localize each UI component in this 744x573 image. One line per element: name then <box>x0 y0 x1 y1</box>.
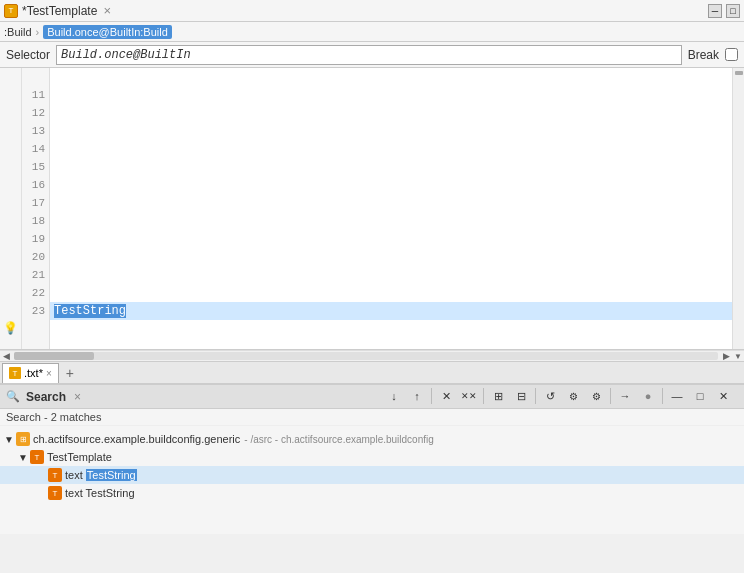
panel-close-button[interactable]: ✕ <box>712 386 734 406</box>
text-node2-icon: T <box>48 486 62 500</box>
maximize-button[interactable]: □ <box>726 4 740 18</box>
search-toolbar: ↓ ↑ ✕ ✕✕ ⊞ ⊟ ↺ ⚙ ⚙ → ● — □ ✕ <box>379 384 738 410</box>
editor-line-15 <box>50 158 732 176</box>
result-expand-arrow[interactable]: ▼ <box>4 434 16 445</box>
selected-text: TestString <box>54 304 126 318</box>
hscroll-right-arrow[interactable]: ▶ <box>720 350 732 362</box>
text1-match: TestString <box>86 469 137 481</box>
result-template-arrow[interactable]: ▼ <box>18 452 30 463</box>
search-header: 🔍 Search × ↓ ↑ ✕ ✕✕ ⊞ ⊟ ↺ ⚙ ⚙ → ● — □ ✕ <box>0 385 744 409</box>
result-template-label: TestTemplate <box>47 451 112 463</box>
match-number: 2 matches <box>51 411 102 423</box>
breadcrumb-highlight[interactable]: Build.once@BuiltIn:Build <box>43 25 172 39</box>
prev-match-button[interactable]: ↑ <box>406 386 428 406</box>
settings-button[interactable]: ⚙ <box>562 386 584 406</box>
break-checkbox[interactable] <box>725 48 738 61</box>
minimize-button[interactable]: ─ <box>708 4 722 18</box>
line-num-23: 23 <box>22 302 49 320</box>
next-match-button[interactable]: ↓ <box>383 386 405 406</box>
editor-content[interactable]: TestString <box>50 68 732 349</box>
match-count-text: - <box>44 411 51 423</box>
package-icon: ⊞ <box>16 432 30 446</box>
hscroll-track[interactable] <box>14 352 718 360</box>
line-num-18: 18 <box>22 212 49 230</box>
line-numbers: 11 12 13 14 15 16 17 18 19 20 21 22 23 <box>22 68 50 349</box>
search-panel-close-icon[interactable]: × <box>74 390 81 404</box>
line-num-17: 17 <box>22 194 49 212</box>
panel-maximize-button[interactable]: □ <box>689 386 711 406</box>
editor-vscrollbar[interactable] <box>732 68 744 349</box>
line-num-16: 16 <box>22 176 49 194</box>
line-num-12: 12 <box>22 104 49 122</box>
editor-gutter-icons: 💡 <box>0 68 22 349</box>
toolbar-sep-2 <box>483 388 484 404</box>
search-magnify-icon: 🔍 <box>6 390 20 403</box>
record-button[interactable]: ● <box>637 386 659 406</box>
tab-txt-label: .txt* <box>24 367 43 379</box>
selector-bar: Selector Break <box>0 42 744 68</box>
toolbar-sep-1 <box>431 388 432 404</box>
line-num-11: 11 <box>22 86 49 104</box>
editor-line-16 <box>50 176 732 194</box>
line-num-22: 22 <box>22 284 49 302</box>
selector-input[interactable] <box>56 45 682 65</box>
result-text2-label: text TestString <box>65 487 135 499</box>
editor-line-18 <box>50 212 732 230</box>
collapse-button[interactable]: ⊟ <box>510 386 532 406</box>
tab-txt[interactable]: T .txt* × <box>2 363 59 383</box>
toolbar-sep-3 <box>535 388 536 404</box>
editor-line-14 <box>50 140 732 158</box>
search-panel-title: Search <box>26 390 66 404</box>
result-text2-row[interactable]: T text TestString <box>0 484 744 502</box>
editor-line-21 <box>50 266 732 284</box>
line-num-19: 19 <box>22 230 49 248</box>
tab-txt-close[interactable]: × <box>46 368 52 379</box>
title-bar-left: T *TestTemplate × <box>4 3 111 18</box>
undo-button[interactable]: ↺ <box>539 386 561 406</box>
search-results: ▼ ⊞ ch.actifsource.example.buildconfig.g… <box>0 426 744 534</box>
editor-line-22 <box>50 284 732 302</box>
hscroll-thumb[interactable] <box>14 352 94 360</box>
match-count: Search - 2 matches <box>0 409 744 426</box>
expand-button[interactable]: ⊞ <box>487 386 509 406</box>
result-template-row[interactable]: ▼ T TestTemplate <box>0 448 744 466</box>
remove-all-button[interactable]: ✕✕ <box>458 386 480 406</box>
editor-hscrollbar[interactable]: ◀ ▶ ▼ <box>0 350 744 362</box>
settings2-button[interactable]: ⚙ <box>585 386 607 406</box>
breadcrumb-build[interactable]: :Build <box>4 26 32 38</box>
breadcrumb-sep: › <box>36 26 40 38</box>
panel-minimize-button[interactable]: — <box>666 386 688 406</box>
line-num-21: 21 <box>22 266 49 284</box>
title-bar: T *TestTemplate × ─ □ <box>0 0 744 22</box>
breadcrumb-bar: :Build › Build.once@BuiltIn:Build <box>0 22 744 42</box>
result-package-label: ch.actifsource.example.buildconfig.gener… <box>33 433 240 445</box>
text-node1-icon: T <box>48 468 62 482</box>
break-label: Break <box>688 48 719 62</box>
result-text1-label: text TestString <box>65 469 137 481</box>
result-text1-row[interactable]: T text TestString <box>0 466 744 484</box>
line-num-14: 14 <box>22 140 49 158</box>
window-tab-close[interactable]: × <box>103 3 111 18</box>
search-panel: 🔍 Search × ↓ ↑ ✕ ✕✕ ⊞ ⊟ ↺ ⚙ ⚙ → ● — □ ✕ … <box>0 384 744 534</box>
tab-add-button[interactable]: + <box>61 364 79 382</box>
tab-icon: T <box>4 4 18 18</box>
remove-match-button[interactable]: ✕ <box>435 386 457 406</box>
tab-txt-icon: T <box>9 367 21 379</box>
result-package-row[interactable]: ▼ ⊞ ch.actifsource.example.buildconfig.g… <box>0 430 744 448</box>
hscroll-down-arrow[interactable]: ▼ <box>732 350 744 362</box>
editor-area: 💡 11 12 13 14 15 16 17 18 19 20 21 22 23 <box>0 68 744 350</box>
line-num-20: 20 <box>22 248 49 266</box>
editor-line-19 <box>50 230 732 248</box>
editor-line-12 <box>50 104 732 122</box>
template-icon: T <box>30 450 44 464</box>
result-package-path: - /asrc - ch.actifsource.example.buildco… <box>244 434 434 445</box>
window-controls: ─ □ <box>708 4 740 18</box>
editor-line-20 <box>50 248 732 266</box>
go-button[interactable]: → <box>614 386 636 406</box>
toolbar-sep-5 <box>662 388 663 404</box>
selector-label: Selector <box>6 48 50 62</box>
vscroll-thumb[interactable] <box>735 71 743 75</box>
editor-line-23[interactable]: TestString <box>50 302 732 320</box>
editor-line-13 <box>50 122 732 140</box>
hscroll-left-arrow[interactable]: ◀ <box>0 350 12 362</box>
